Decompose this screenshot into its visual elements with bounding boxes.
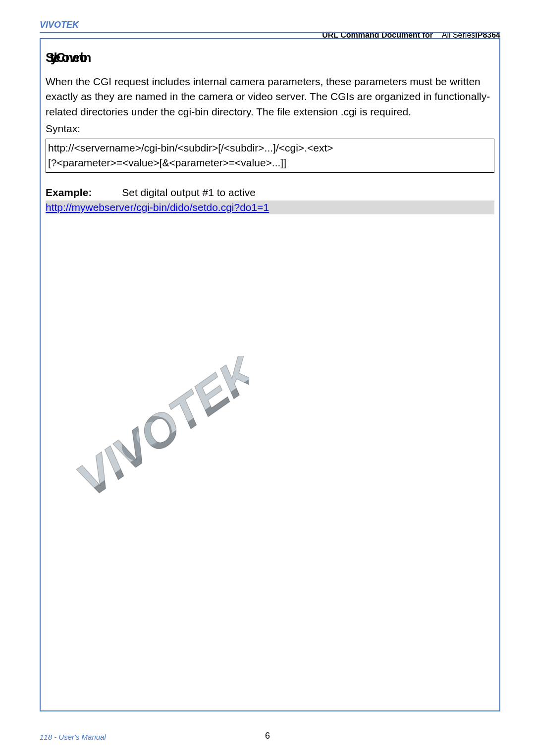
syntax-line1: http://<servername>/cgi-bin/<subdir>[/<s… (48, 141, 492, 155)
header-divider (40, 32, 500, 33)
svg-point-3 (113, 406, 180, 470)
footer-left: 118 - User's Manual (40, 733, 106, 741)
example-label: Example: (46, 187, 92, 198)
example-url-link[interactable]: http://mywebserver/cgi-bin/dido/setdo.cg… (46, 202, 269, 213)
syntax-label: Syntax: (46, 121, 494, 136)
syntax-line2: [?<parameter>=<value>[&<parameter>=<valu… (48, 155, 492, 170)
watermark-logo: VIVOTEK VIVOTEK (51, 356, 249, 529)
page: VIVOTEK URL Command Document for All Ser… (0, 0, 535, 756)
brand-label: VIVOTEK (40, 20, 500, 30)
section-heading: Style Convention (46, 50, 494, 65)
syntax-box: http://<servername>/cgi-bin/<subdir>[/<s… (46, 139, 494, 173)
svg-rect-5 (88, 373, 249, 504)
example-text: Set digital output #1 to active (122, 187, 256, 198)
example-row: Example: Set digital output #1 to active (46, 187, 494, 199)
example-url-row: http://mywebserver/cgi-bin/dido/setdo.cg… (46, 201, 494, 214)
intro-paragraph: When the CGI request includes internal c… (46, 74, 494, 119)
content-frame: Style Convention When the CGI request in… (40, 38, 500, 711)
footer-page-number: 6 (265, 731, 270, 741)
svg-text:VIVOTEK: VIVOTEK (67, 356, 249, 506)
svg-rect-2 (66, 356, 249, 502)
svg-point-4 (132, 417, 167, 451)
